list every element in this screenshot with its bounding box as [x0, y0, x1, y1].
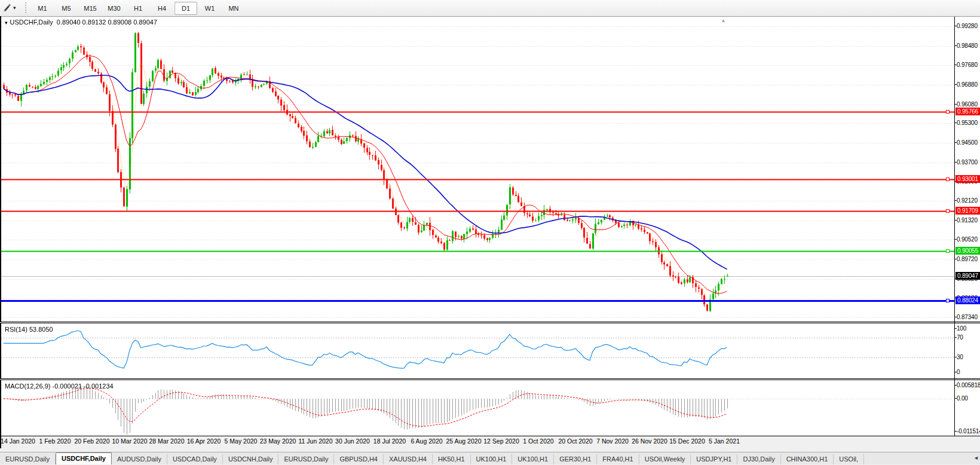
price-tick-label: 0.89720	[957, 255, 978, 263]
symbol-tab-usdchf-daily[interactable]: USDCHF,Daily	[56, 452, 112, 464]
symbol-tab-eurusd-daily[interactable]: EURUSD,Daily	[0, 454, 56, 464]
axis-tick-mark	[954, 259, 957, 259]
current-price-label: 0.89047	[956, 272, 980, 280]
chart-ohlc-values: 0.89040 0.89132 0.89008 0.89047	[57, 19, 157, 26]
level-price-label[interactable]: 0.93001	[956, 175, 980, 183]
axis-tick-mark	[954, 317, 957, 317]
axis-tick-mark	[954, 239, 957, 240]
axis-tick-mark	[954, 372, 957, 372]
rsi-scale-label: 100	[957, 325, 966, 332]
symbol-tab-china300-h1[interactable]: CHINA300,H1	[781, 454, 834, 464]
timeframe-button-d1[interactable]: D1	[174, 2, 197, 15]
symbol-tab-usdjpy-h1[interactable]: USDJPY,H1	[691, 454, 737, 464]
symbol-tab-fra40-h1[interactable]: FRA40,H1	[597, 454, 639, 464]
macd-indicator-label: MACD(12,26,9) -0.000021 -0.001234	[5, 383, 114, 390]
rsi-pane-canvas[interactable]	[1, 323, 954, 378]
macd-scale-label: -0.011514	[957, 427, 980, 435]
price-tick-label: 0.97680	[957, 61, 978, 69]
macd-scale-label: 0.005818	[957, 381, 980, 389]
price-tick-label: 0.99280	[957, 22, 978, 30]
symbol-tab-usoil-[interactable]: USOil,	[834, 454, 864, 464]
symbol-tab-uk100-h1[interactable]: UK100,H1	[471, 454, 513, 464]
timeframe-button-m5[interactable]: M5	[55, 2, 78, 15]
timeframe-button-m30[interactable]: M30	[103, 2, 125, 15]
axis-tick-mark	[954, 357, 957, 357]
axis-tick-mark	[954, 162, 957, 163]
toolbar-grip[interactable]	[25, 2, 28, 13]
axis-tick-mark	[954, 84, 957, 85]
price-tick-label: 0.95300	[957, 119, 978, 127]
axis-tick-mark	[954, 104, 957, 105]
rsi-scale-label: 70	[957, 334, 963, 341]
chart-tools-button[interactable]: ▾	[2, 2, 24, 14]
tab-scroll-left-arrow[interactable]: ◄	[973, 455, 979, 461]
axis-tick-mark	[954, 45, 957, 46]
axis-tick-mark	[954, 398, 957, 399]
axis-tick-mark	[954, 123, 957, 123]
axis-tick-mark	[954, 337, 957, 338]
symbol-tab-usdcad-daily[interactable]: USDCAD,Daily	[167, 454, 223, 464]
timeframe-toolbar: M1M5M15M30H1H4D1W1MN	[31, 2, 245, 15]
symbol-tab-bar: EURUSD,DailyUSDCHF,DailyAUDUSD,DailyUSDC…	[0, 452, 980, 464]
price-tick-label: 0.96880	[957, 81, 978, 88]
symbol-tab-audusd-daily[interactable]: AUDUSD,Daily	[112, 454, 167, 464]
pen-tool-icon	[3, 4, 12, 12]
axis-tick-mark	[954, 220, 957, 221]
axis-tick-mark	[954, 142, 957, 143]
axis-tick-mark	[954, 26, 957, 26]
chart-shift-marker[interactable]: ▲	[721, 17, 726, 23]
level-price-label[interactable]: 0.90055	[956, 247, 980, 255]
timeframe-button-w1[interactable]: W1	[198, 2, 221, 15]
axis-tick-mark	[954, 431, 957, 432]
axis-tick-mark	[954, 200, 957, 201]
level-price-label[interactable]: 0.95766	[956, 108, 980, 115]
rsi-scale-label: 0	[957, 368, 960, 376]
price-tick-label: 0.91320	[957, 216, 978, 224]
axis-tick-mark	[954, 65, 957, 65]
price-tick-label: 0.87340	[957, 313, 978, 321]
chart-symbol-label: USDCHF,Daily	[10, 19, 53, 26]
rsi-indicator-label: RSI(14) 53.8050	[5, 326, 53, 333]
main-chart-canvas[interactable]	[1, 17, 954, 322]
axis-tick-mark	[954, 328, 957, 329]
symbol-tab-usdcnh-daily[interactable]: USDCNH,Daily	[223, 454, 279, 464]
date-tick-label: 5 Jan 2021	[702, 438, 747, 445]
level-price-label[interactable]: 0.88024	[956, 296, 980, 304]
symbol-dropdown-caret[interactable]: ▾	[5, 20, 8, 26]
symbol-tab-eurusd-daily[interactable]: EURUSD,Daily	[278, 454, 334, 464]
price-tick-label: 0.93700	[957, 158, 978, 166]
timeframe-button-mn[interactable]: MN	[222, 2, 245, 15]
chevron-down-icon: ▾	[13, 2, 16, 14]
price-tick-label: 0.94500	[957, 139, 978, 146]
symbol-tab-gbpusd-h4[interactable]: GBPUSD,H4	[334, 454, 384, 464]
rsi-scale-label: 30	[957, 353, 963, 361]
axis-tick-mark	[954, 385, 957, 386]
price-tick-label: 0.90520	[957, 235, 978, 243]
price-axis-border	[954, 17, 955, 436]
chart-bottom-border	[0, 436, 980, 436]
chart-title: ▾USDCHF,Daily 0.89040 0.89132 0.89008 0.…	[5, 19, 157, 26]
macd-scale-label: 0.00	[957, 394, 968, 402]
symbol-tab-xauusd-h4[interactable]: XAUUSD,H4	[384, 454, 433, 464]
timeframe-button-m15[interactable]: M15	[79, 2, 102, 15]
level-price-label[interactable]: 0.91709	[956, 207, 980, 215]
symbol-tab-usoil-weekly[interactable]: USOil,Weekly	[639, 454, 691, 464]
symbol-tab-dj30-daily[interactable]: DJ30,Daily	[737, 454, 780, 464]
toolbar: ▾ M1M5M15M30H1H4D1W1MN	[0, 0, 980, 17]
macd-pane-canvas[interactable]	[1, 380, 954, 436]
timeframe-button-m1[interactable]: M1	[31, 2, 54, 15]
symbol-tab-ger30-h1[interactable]: GER30,H1	[554, 454, 597, 464]
timeframe-button-h4[interactable]: H4	[151, 2, 173, 15]
price-tick-label: 0.98480	[957, 42, 978, 50]
symbol-tab-hk50-h1[interactable]: HK50,H1	[433, 454, 471, 464]
price-tick-label: 0.92120	[957, 197, 978, 204]
trading-terminal-window: ▾ M1M5M15M30H1H4D1W1MN ▾USDCHF,Daily 0.8…	[0, 0, 980, 465]
timeframe-button-h1[interactable]: H1	[127, 2, 149, 15]
symbol-tab-uk100-h1[interactable]: UK100,H1	[512, 454, 554, 464]
toolbar-separator	[174, 2, 175, 14]
